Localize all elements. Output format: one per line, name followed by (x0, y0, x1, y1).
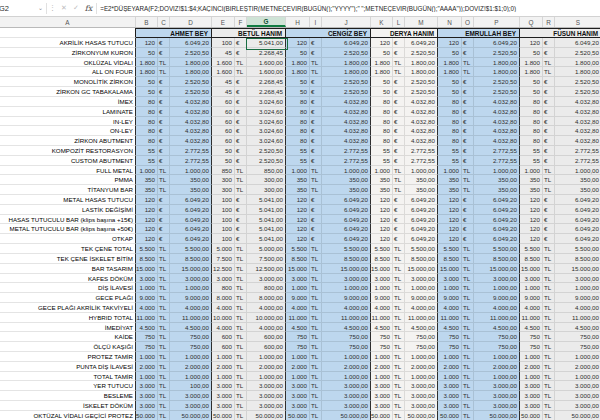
amount-cell[interactable]: 1.000 (438, 166, 462, 176)
amount-cell[interactable]: 15.000 (136, 264, 158, 274)
product-name-cell[interactable]: OTKAP (0, 234, 136, 244)
amount-cell[interactable]: 45 (212, 48, 235, 58)
value-cell[interactable]: 2.772,55 (405, 146, 438, 156)
amount-cell[interactable]: 3.000 (286, 381, 310, 391)
column-header-E[interactable]: E (212, 17, 235, 27)
value-cell[interactable]: 2.000,00 (555, 362, 600, 372)
value-cell[interactable]: 350,00 (170, 185, 212, 195)
amount-cell[interactable]: 2.000 (212, 362, 235, 372)
value-cell[interactable]: 4.032,80 (170, 97, 212, 107)
value-cell[interactable]: 4.000,00 (247, 323, 286, 333)
value-cell[interactable]: 6.049,20 (555, 224, 600, 234)
currency-cell[interactable]: TL (158, 401, 170, 411)
amount-cell[interactable]: 5.500 (371, 244, 393, 254)
value-cell[interactable]: 5.500,00 (170, 244, 212, 254)
value-cell[interactable]: 2.520,50 (405, 77, 438, 87)
currency-cell[interactable]: TL (158, 185, 170, 195)
amount-cell[interactable]: 80 (136, 126, 158, 136)
amount-cell[interactable]: 55 (136, 146, 158, 156)
value-cell[interactable]: 6.049,20 (170, 205, 212, 215)
currency-cell[interactable]: TL (462, 352, 474, 362)
product-name-cell[interactable]: FULL METAL (0, 166, 136, 176)
value-cell[interactable]: 2.520,50 (170, 87, 212, 97)
currency-cell[interactable]: € (235, 156, 247, 166)
currency-cell[interactable]: € (462, 117, 474, 127)
value-cell[interactable]: 8.500,00 (322, 254, 371, 264)
value-cell[interactable]: 1.000,00 (322, 372, 371, 382)
product-name-cell[interactable]: DİŞ İLAVESİ (0, 283, 136, 293)
value-cell[interactable]: 4.000,00 (555, 303, 600, 313)
amount-cell[interactable]: 55 (520, 156, 543, 166)
amount-cell[interactable]: 750 (438, 332, 462, 342)
value-cell[interactable]: 6.049,20 (555, 234, 600, 244)
product-name-cell[interactable]: TOTAL TAMİR (0, 372, 136, 382)
amount-cell[interactable]: 3.000 (438, 274, 462, 284)
currency-cell[interactable]: € (393, 146, 405, 156)
value-cell[interactable]: 350,00 (170, 175, 212, 185)
amount-cell[interactable]: 1.000 (520, 166, 543, 176)
amount-cell[interactable]: 4.500 (438, 323, 462, 333)
currency-cell[interactable]: TL (310, 264, 322, 274)
currency-cell[interactable]: TL (543, 411, 555, 420)
currency-cell[interactable]: € (158, 77, 170, 87)
currency-cell[interactable]: TL (393, 264, 405, 274)
currency-cell[interactable]: TL (235, 264, 247, 274)
currency-cell[interactable]: € (393, 215, 405, 225)
amount-cell[interactable]: 50 (371, 48, 393, 58)
column-header-F[interactable]: F (235, 17, 247, 27)
value-cell[interactable]: 2.268,45 (247, 48, 286, 58)
amount-cell[interactable]: 1.800 (286, 58, 310, 68)
amount-cell[interactable]: 120 (286, 234, 310, 244)
value-cell[interactable]: 2.520,50 (405, 87, 438, 97)
amount-cell[interactable]: 350 (136, 175, 158, 185)
currency-cell[interactable]: TL (462, 342, 474, 352)
currency-cell[interactable]: TL (462, 332, 474, 342)
amount-cell[interactable]: 3.000 (520, 391, 543, 401)
amount-cell[interactable]: 50 (212, 146, 235, 156)
product-name-cell[interactable]: HYBRID TOTAL (0, 313, 136, 323)
currency-cell[interactable]: TL (393, 381, 405, 391)
amount-cell[interactable]: 50.000 (212, 411, 235, 420)
value-cell[interactable]: 750,00 (170, 332, 212, 342)
currency-cell[interactable]: TL (235, 332, 247, 342)
currency-cell[interactable]: € (462, 87, 474, 97)
value-cell[interactable]: 4.032,80 (474, 117, 520, 127)
currency-cell[interactable]: TL (235, 166, 247, 176)
value-cell[interactable]: 11.000,00 (555, 313, 600, 323)
value-cell[interactable]: 1.800,00 (170, 67, 212, 77)
amount-cell[interactable]: 350 (136, 185, 158, 195)
currency-cell[interactable]: TL (158, 58, 170, 68)
amount-cell[interactable]: 750 (136, 332, 158, 342)
value-cell[interactable]: 4.500,00 (555, 323, 600, 333)
value-cell[interactable]: 6.049,20 (555, 195, 600, 205)
amount-cell[interactable]: 3.000 (371, 391, 393, 401)
amount-cell[interactable]: 80 (136, 97, 158, 107)
currency-cell[interactable]: € (158, 117, 170, 127)
currency-cell[interactable]: € (543, 156, 555, 166)
amount-cell[interactable]: 80 (371, 107, 393, 117)
value-cell[interactable]: 1.000,00 (170, 166, 212, 176)
currency-cell[interactable]: € (158, 48, 170, 58)
amount-cell[interactable]: 50 (286, 77, 310, 87)
currency-cell[interactable]: TL (158, 166, 170, 176)
amount-cell[interactable]: 8.500 (520, 254, 543, 264)
value-cell[interactable]: 1.000,00 (474, 166, 520, 176)
value-cell[interactable]: 2.520,50 (170, 48, 212, 58)
value-cell[interactable]: 8.500,00 (555, 254, 600, 264)
value-cell[interactable]: 350,00 (555, 175, 600, 185)
amount-cell[interactable]: 3.000 (212, 381, 235, 391)
amount-cell[interactable]: 120 (520, 205, 543, 215)
value-cell[interactable]: 2.772,55 (474, 146, 520, 156)
amount-cell[interactable]: 120 (520, 195, 543, 205)
currency-cell[interactable]: € (393, 126, 405, 136)
currency-cell[interactable]: TL (462, 244, 474, 254)
currency-cell[interactable]: € (393, 195, 405, 205)
currency-cell[interactable]: TL (543, 264, 555, 274)
value-cell[interactable]: 6.049,20 (322, 195, 371, 205)
amount-cell[interactable]: 4.000 (438, 303, 462, 313)
value-cell[interactable]: 300,00 (247, 185, 286, 195)
value-cell[interactable]: 3.000,00 (405, 274, 438, 284)
column-header-H[interactable]: H (286, 17, 310, 27)
amount-cell[interactable]: 3.000 (438, 381, 462, 391)
amount-cell[interactable]: 1.800 (438, 67, 462, 77)
